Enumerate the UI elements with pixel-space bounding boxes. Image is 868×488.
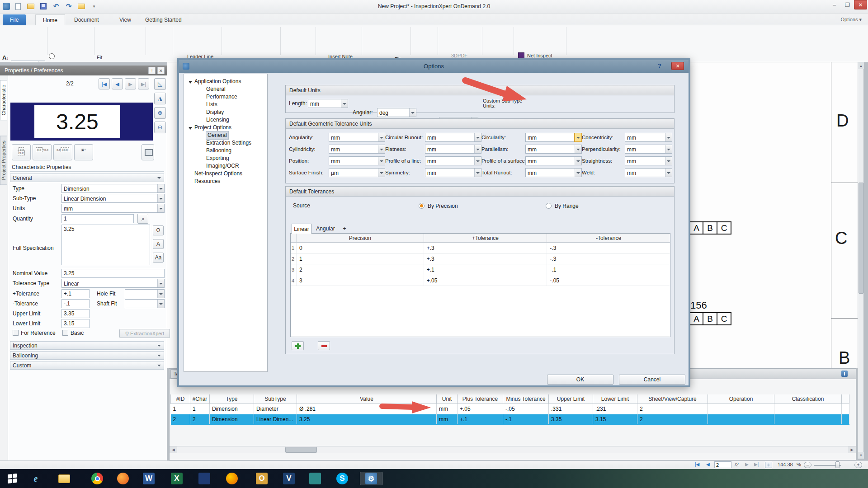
col-type[interactable]: Type (210, 394, 254, 404)
tab-view[interactable]: View (112, 14, 138, 25)
geo-unit-combo[interactable]: µm (329, 168, 385, 177)
tab-linear[interactable]: Linear (292, 224, 311, 234)
table-row-selected[interactable]: 22 DimensionLinear Dimen... 3.25mm +.1-.… (171, 414, 849, 424)
measure-tool-button[interactable]: ◺ (154, 78, 166, 90)
zoom-in-button[interactable]: + (854, 462, 862, 468)
taskbar-excel[interactable]: X (168, 472, 185, 485)
tab-project-properties[interactable]: Project Properties (0, 136, 7, 185)
basic-checkbox[interactable] (62, 330, 68, 336)
tab-characteristic[interactable]: Characteristic (0, 80, 7, 120)
type-combo[interactable]: Dimension (61, 184, 165, 193)
tab-getting-started[interactable]: Getting Started (138, 14, 189, 25)
col-classification[interactable]: Classification (774, 394, 842, 404)
taskbar-internet-explorer[interactable]: e (27, 472, 44, 485)
close-button[interactable]: ✕ (854, 0, 867, 9)
taskbar-chrome[interactable] (89, 472, 106, 485)
drawing-vertical-scrollbar[interactable]: ▲ ▼ (858, 62, 863, 459)
next-page-button[interactable]: ▶ (125, 78, 136, 89)
for-reference-checkbox[interactable] (13, 330, 19, 336)
last-page-button[interactable]: ▶| (138, 78, 149, 89)
taskbar-outlook[interactable]: O (253, 472, 270, 485)
dialog-close-button[interactable]: ✕ (671, 62, 684, 70)
cancel-button[interactable]: Cancel (619, 375, 685, 385)
geo-unit-combo[interactable]: mm (425, 145, 481, 154)
col-unit[interactable]: Unit (437, 394, 458, 404)
length-combo[interactable]: mm (308, 99, 348, 108)
col-lower-limit[interactable]: Lower Limit (593, 394, 637, 404)
table-row[interactable]: 11 DimensionDiameter Ø .281mm +.05-.05 .… (171, 404, 849, 414)
scroll-down-icon[interactable]: ▼ (858, 452, 864, 459)
first-page-button[interactable]: |◀ (99, 78, 110, 89)
status-page-input[interactable] (714, 461, 731, 468)
prev-page-button[interactable]: ◀ (112, 78, 123, 89)
tree-expander-icon[interactable] (200, 149, 205, 153)
tree-expander-icon[interactable] (200, 118, 205, 122)
tolerance-row[interactable]: 1 0 +.3 -.3 (291, 243, 670, 253)
tree-item[interactable]: Display (184, 108, 267, 116)
taskbar-firefox[interactable] (223, 472, 241, 485)
tree-item[interactable]: General (184, 131, 267, 139)
taskbar-file-explorer[interactable] (56, 472, 73, 485)
delete-row-button[interactable] (318, 341, 330, 350)
taskbar-inspectionxpert-active[interactable]: ⚙ (360, 472, 382, 485)
capture-button[interactable] (142, 144, 154, 160)
geo-unit-combo[interactable]: mm (525, 133, 582, 142)
minus-tolerance-input[interactable] (61, 299, 90, 308)
taskbar-skype[interactable]: S (334, 472, 351, 485)
format-boxed-tolerance-button[interactable]: x.x±x.x (12, 144, 31, 160)
horizontal-scroll-thumb[interactable] (285, 447, 317, 453)
geo-unit-combo[interactable]: mm (425, 133, 481, 142)
geo-unit-combo[interactable]: mm (625, 145, 672, 154)
maximize-button[interactable]: ❐ (841, 0, 854, 9)
tolerance-row[interactable]: 4 3 +.05 -.05 (291, 275, 670, 286)
fit-view-icon[interactable]: ⊹ (765, 462, 772, 468)
quantity-input[interactable] (61, 214, 134, 223)
tree-item[interactable]: Ballooning (184, 147, 267, 155)
by-range-radio[interactable] (546, 203, 552, 209)
plus-tolerance-input[interactable] (61, 289, 90, 298)
hole-fit-combo[interactable] (125, 289, 165, 298)
options-menu[interactable]: Options ▾ (841, 17, 862, 23)
fullspec-textarea[interactable]: 3.25 (61, 225, 150, 265)
geo-unit-combo[interactable]: mm (525, 145, 582, 154)
tree-item[interactable]: Project Options (184, 124, 267, 131)
geo-unit-combo[interactable]: mm (625, 168, 672, 177)
net-inspect-button[interactable]: Net Inspect (527, 53, 552, 58)
rotate-tool-button[interactable]: ◮ (154, 93, 166, 104)
geo-unit-combo[interactable]: mm (329, 156, 385, 165)
tree-expander-icon[interactable] (200, 141, 205, 145)
tab-home[interactable]: Home (35, 14, 65, 25)
group-general[interactable]: General (10, 174, 164, 182)
find-button[interactable]: ⌕ (137, 214, 148, 224)
tab-file[interactable]: File (3, 14, 26, 25)
tree-expander-icon[interactable] (189, 80, 193, 84)
tree-item[interactable]: Exporting (184, 155, 267, 162)
col-minus-tolerance[interactable]: Minus Tolerance (503, 394, 549, 404)
tree-expander-icon[interactable] (200, 103, 205, 107)
taskbar-word[interactable]: W (140, 472, 157, 485)
taskbar-app-teal[interactable] (307, 472, 324, 485)
status-last-page-button[interactable]: ▶| (754, 462, 759, 467)
zoom-in-button[interactable]: ⊕ (154, 107, 166, 119)
tree-item[interactable]: Extraction Settings (184, 139, 267, 147)
tree-expander-icon[interactable] (200, 95, 205, 99)
taskbar-app-dark-blue[interactable] (196, 472, 213, 485)
zoom-out-button[interactable]: ⊖ (154, 122, 166, 133)
scroll-up-icon[interactable]: ▲ (858, 62, 864, 69)
geo-unit-combo[interactable]: mm (525, 156, 582, 165)
status-next-page-button[interactable]: ▶ (745, 462, 749, 467)
dialog-help-button[interactable]: ? (658, 62, 661, 69)
col-char[interactable]: #Char (190, 394, 210, 404)
zoom-slider-thumb[interactable] (835, 461, 840, 468)
geo-unit-combo[interactable]: mm (525, 168, 582, 177)
nominal-input[interactable] (61, 269, 165, 278)
units-combo[interactable]: mm (61, 204, 165, 213)
tree-item[interactable]: Imaging/OCR (184, 162, 267, 170)
omega-symbol-button[interactable]: Ω (153, 225, 164, 235)
case-aa-button[interactable]: Aa (153, 253, 164, 263)
close-panel-button[interactable]: ✕ (157, 67, 165, 74)
col-subtype[interactable]: SubType (254, 394, 297, 404)
lower-limit-input[interactable] (61, 319, 90, 328)
taskbar-browser-orange[interactable] (114, 472, 132, 485)
tab-document[interactable]: Document (67, 14, 106, 25)
